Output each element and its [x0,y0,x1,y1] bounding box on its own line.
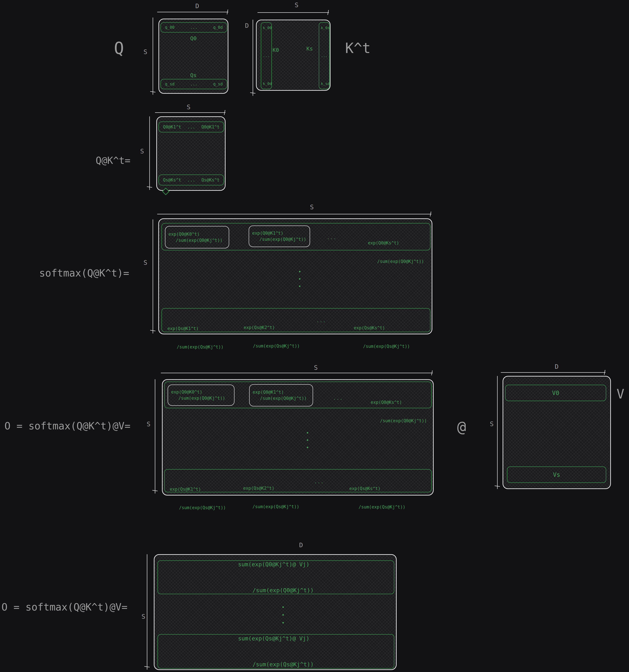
dim-tick [604,370,605,375]
matrix-softmax: exp(Q0@K0^t) /sum(exp(Q0@Kj^t)) exp(Q0@K… [158,218,432,334]
output-softmax-dim-top-line [161,373,433,373]
output-equation-label: O = softmax(Q@K^t)@V= [4,420,130,432]
softmax2-top-row: exp(Q0@K0^t) /sum(exp(Q0@Kj^t)) exp(Q0@K… [164,382,432,408]
output-row-formula: sum(exp(Q0@Kj^t)@ Vj) /sum(exp(Q0@Kj^t)) [238,543,313,612]
dim-tick [227,9,228,15]
output-softmax-dim-side-line [155,379,155,494]
ellipsis-horizontal: ... [314,479,324,484]
q-dim-side-label: S [144,48,147,55]
v-top-row-name: V0 [552,389,559,396]
formula-denominator: /sum(exp(Q0@Kj^t)) [252,586,313,595]
qkt-entry-first: Qs@Ks^t [163,177,181,183]
ellipsis-horizontal: ... [190,82,197,87]
ellipsis-horizontal: ... [187,124,195,129]
ellipsis-horizontal: ... [327,235,337,240]
kt-dim-top-line [257,12,329,13]
cell-numerator: exp(Qs@K2^t) [243,485,299,491]
output-row-formula: sum(exp(Qs@Kj^t)@ Vj) /sum(exp(Qs@Kj^t)) [238,617,313,672]
softmax-cell-0: exp(Qs@K1^t) /sum(exp(Qs@Kj^t)) [168,313,224,362]
cell-denominator: /sum(exp(Q0@Kj^t)) [259,236,309,242]
dim-tick [250,92,255,94]
matrix-kt-left-column: k_00 ... k_0d [261,22,272,89]
kt-matrix-title: K^t [345,40,371,56]
qkt-entry-last: Qs@Ks^t [201,177,220,183]
cell-denominator: /sum(exp(Q0@Kj^t)) [260,395,312,402]
softmax2-cell-0: exp(Qs@K1^t) /sum(exp(Qs@Kj^t)) [170,474,226,523]
dim-tick [431,370,432,376]
q-matrix-title: Q [114,39,124,58]
q-dim-top-label: D [195,2,199,10]
q-bottom-row-name: Qs [159,72,228,78]
softmax2-cell-1: exp(Q0@K1^t) /sum(exp(Q0@Kj^t)) [249,384,313,406]
cell-numerator: exp(Qs@K1^t) [168,326,224,332]
q-row-entry-last: q_0d [213,25,223,30]
cell-denominator: /sum(exp(Qs@Kj^t)) [363,343,410,350]
kt-dim-side-line [253,20,253,96]
softmax2-bottom-row: exp(Qs@K1^t) /sum(exp(Qs@Kj^t)) exp(Qs@K… [164,469,432,493]
output-top-row: sum(exp(Q0@Kj^t)@ Vj) /sum(exp(Q0@Kj^t)) [157,560,394,594]
cell-denominator: /sum(exp(Q0@Kj^t)) [380,418,427,424]
final-dim-side-label: S [142,613,145,620]
cell-denominator: /sum(exp(Qs@Kj^t)) [177,344,224,350]
matrix-qkt-top-row: Q0@K1^t ... Q0@K1^t [158,121,224,133]
kt-col-entry-last: k_sd [321,81,330,86]
attention-diagram-canvas: Q D S q_00 ... q_0d Q0 Qs q_sd ... q_sd … [0,0,629,672]
q-dim-side-line [153,18,153,95]
dim-tick [327,10,329,15]
dim-tick [495,485,500,487]
cell-numerator: exp(Q0@K1^t) [252,230,309,236]
kt-col-entry-last: k_0d [263,81,272,86]
softmax-dim-top-label: S [310,203,314,211]
cell-numerator: exp(Qs@Ks^t) [349,485,405,492]
v-dim-side-line [497,376,498,489]
matrix-kt-right-column: k_0s ... k_sd [319,22,330,89]
cell-numerator: exp(Q0@K0^t) [171,389,234,395]
qkt-dim-side-line [149,116,150,190]
dim-tick [430,212,431,217]
cell-denominator: /sum(exp(Qs@Kj^t)) [252,504,299,510]
qkt-entry-last: Q0@K1^t [201,124,220,129]
kt-col-entry-first: k_0s [321,26,330,30]
cell-denominator: /sum(exp(Q0@Kj^t)) [377,258,424,265]
matrix-kt: k_00 ... k_0d K0 Ks k_0s ... k_sd [256,20,330,91]
v-matrix-title: V [617,386,624,402]
matrix-q-bottom-row: q_sd ... q_sd [160,79,227,89]
matrix-q: q_00 ... q_0d Q0 Qs q_sd ... q_sd [158,19,228,94]
ellipsis-horizontal: ... [317,318,326,323]
kt-right-column-name: Ks [306,46,313,52]
formula-numerator: sum(exp(Q0@Kj^t)@ Vj) [238,560,313,569]
formula-denominator: /sum(exp(Qs@Kj^t)) [252,660,313,669]
softmax2-cell-s: exp(Q0@Ks^t) /sum(exp(Q0@Kj^t)) [371,387,427,436]
softmax-cell-1: exp(Q0@K1^t) /sum(exp(Q0@Kj^t)) [249,225,310,247]
cell-numerator: exp(Qs@Ks^t) [354,325,410,331]
dim-tick [150,91,155,92]
qkt-dim-top-label: S [187,103,191,111]
qkt-entry-first: Q0@K1^t [163,124,181,129]
matrix-qkt: Q0@K1^t ... Q0@K1^t Qs@Ks^t ... Qs@Ks^t [156,116,226,191]
ellipsis-horizontal: ... [190,25,197,30]
softmax-cell-s: exp(Qs@Ks^t) /sum(exp(Qs@Kj^t)) [354,313,410,362]
cell-denominator: /sum(exp(Qs@Kj^t)) [253,343,300,349]
ellipsis-horizontal: ... [187,177,195,183]
softmax-cell-1: exp(Qs@K2^t) /sum(exp(Qs@Kj^t)) [244,312,300,361]
kt-dim-side-label: D [245,22,249,29]
q-row-entry-last: q_sd [213,82,223,87]
cell-denominator: /sum(exp(Q0@Kj^t)) [178,395,234,401]
q-dim-top-line [157,12,228,12]
kt-dim-top-label: S [295,1,299,9]
v-bottom-row-name: Vs [553,471,560,478]
formula-numerator: sum(exp(Qs@Kj^t)@ Vj) [238,634,313,643]
dim-tick [144,666,150,667]
cell-numerator: exp(Q0@K1^t) [253,389,312,395]
qkt-dim-top-line [155,112,226,113]
softmax-dim-side-label: S [144,259,147,266]
cell-numerator: exp(Q0@K0^t) [169,231,229,237]
softmax2-cell-s: exp(Qs@Ks^t) /sum(exp(Qs@Kj^t)) [349,473,405,523]
ellipsis-horizontal: ... [321,54,328,58]
output-softmax-dim-side-label: S [147,421,150,428]
matrix-softmax-2: exp(Q0@K0^t) /sum(exp(Q0@Kj^t)) exp(Q0@K… [162,379,434,496]
dim-tick [150,330,155,331]
softmax-equation-label: softmax(Q@K^t)= [39,267,129,279]
softmax-top-row: exp(Q0@K0^t) /sum(exp(Q0@Kj^t)) exp(Q0@K… [161,223,430,250]
softmax2-cell-0: exp(Q0@K0^t) /sum(exp(Q0@Kj^t)) [168,385,234,406]
